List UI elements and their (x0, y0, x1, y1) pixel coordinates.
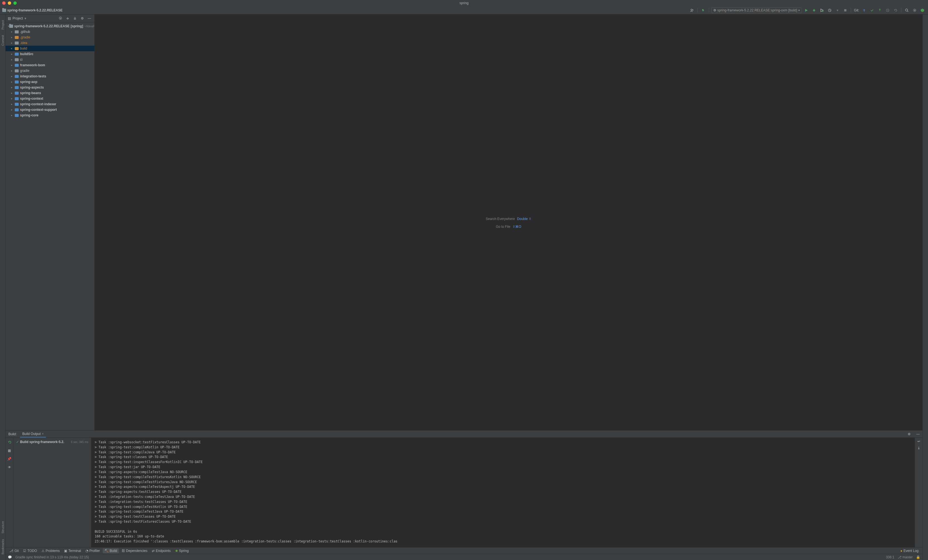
build-task-tree[interactable]: ✓ Build spring-framework-5.2. 6 sec, 345… (13, 438, 92, 547)
navigation-bar: spring-framework-5.2.22.RELEASE ⚙ spring… (0, 6, 928, 14)
gutter-project[interactable]: Project (1, 20, 5, 29)
breadcrumb[interactable]: spring-framework-5.2.22.RELEASE (2, 8, 688, 12)
git-push-button[interactable] (876, 7, 883, 14)
chevron-right-icon[interactable]: ▸ (11, 58, 14, 61)
tab-spring[interactable]: ❀Spring (174, 548, 191, 553)
build-task-row[interactable]: ✓ Build spring-framework-5.2. 6 sec, 345… (15, 439, 89, 444)
chevron-right-icon[interactable]: ▸ (11, 69, 14, 72)
chevron-right-icon[interactable]: ▸ (11, 108, 14, 111)
chevron-right-icon[interactable]: ▸ (11, 64, 14, 67)
tree-item[interactable]: ▸build (6, 46, 95, 51)
project-tree[interactable]: ▾ spring-framework-5.2.22.RELEASE [sprin… (6, 22, 95, 430)
profile-button[interactable] (826, 7, 833, 14)
run-configuration-selector[interactable]: ⚙ spring-framework-5.2.22.RELEASE:spring… (711, 8, 802, 13)
maximize-button[interactable] (13, 2, 17, 5)
project-panel-title[interactable]: Project (12, 17, 23, 20)
git-revert-button[interactable] (892, 7, 899, 14)
panel-settings-icon[interactable]: ⚙ (79, 15, 85, 21)
chevron-right-icon[interactable]: ▸ (11, 47, 14, 50)
tree-item[interactable]: ▸spring-core (6, 113, 95, 118)
assist-button[interactable] (919, 7, 926, 14)
chevron-right-icon[interactable]: ▸ (11, 36, 14, 39)
chevron-right-icon[interactable]: ▸ (11, 81, 14, 83)
chevron-right-icon[interactable]: ▸ (11, 92, 14, 95)
tab-todo[interactable]: ☑TODO (21, 548, 38, 553)
build-hammer-button[interactable] (700, 7, 707, 14)
pin-icon[interactable]: 📌 (7, 456, 12, 462)
build-settings-icon[interactable]: ⚙ (908, 432, 911, 436)
tree-item[interactable]: ▸.idea (6, 40, 95, 46)
tree-item-label: gradle (20, 69, 29, 73)
gutter-structure[interactable]: Structure (1, 521, 5, 534)
tab-build[interactable]: 🔨Build (103, 548, 119, 553)
expand-all-icon[interactable]: ≑ (65, 15, 70, 21)
chevron-right-icon[interactable]: ▸ (11, 53, 14, 55)
tree-item-label: spring-aop (20, 80, 37, 84)
gutter-bookmarks[interactable]: Bookmarks (1, 539, 5, 554)
gutter-commit[interactable]: Commit (1, 35, 5, 46)
tab-dependencies[interactable]: ⛓Dependencies (120, 548, 149, 553)
add-user-button[interactable] (688, 7, 695, 14)
tab-event-log[interactable]: ●Event Log (899, 548, 920, 553)
tab-terminal[interactable]: ▣Terminal (63, 548, 82, 553)
tree-item[interactable]: ▸integration-tests (6, 73, 95, 79)
stop-button[interactable] (842, 7, 849, 14)
git-history-button[interactable] (884, 7, 891, 14)
cursor-position[interactable]: 336:1 (886, 555, 894, 559)
chevron-right-icon[interactable]: ▸ (11, 75, 14, 78)
build-output-tab[interactable]: Build Output× (20, 431, 46, 438)
coverage-button[interactable] (818, 7, 825, 14)
chevron-right-icon[interactable]: ▸ (11, 86, 14, 89)
rerun-icon[interactable] (7, 439, 12, 445)
tab-profiler[interactable]: ◔Profiler (84, 548, 102, 553)
attach-dropdown[interactable]: ▾ (834, 7, 841, 14)
minimize-button[interactable] (8, 2, 11, 5)
tree-item[interactable]: ▸buildSrc (6, 51, 95, 57)
tree-item[interactable]: ▸.github (6, 29, 95, 35)
collapse-all-icon[interactable]: ⇊ (72, 15, 78, 21)
git-branch[interactable]: ⎇ master (897, 555, 913, 559)
tree-item[interactable]: ▸spring-aspects (6, 85, 95, 90)
tab-git[interactable]: ⎇Git (8, 548, 20, 553)
tree-item[interactable]: ▸gradle (6, 68, 95, 73)
settings-button[interactable] (911, 7, 918, 14)
search-button[interactable] (904, 7, 910, 14)
close-button[interactable] (2, 2, 6, 5)
tree-item[interactable]: ▸ci (6, 57, 95, 63)
tree-item[interactable]: ▸spring-beans (6, 90, 95, 96)
tree-item[interactable]: ▸.gradle (6, 35, 95, 40)
lock-icon[interactable]: 🔒 (916, 555, 920, 559)
tree-item[interactable]: ▸framework-bom (6, 63, 95, 68)
filter-icon[interactable]: ▦ (7, 448, 12, 453)
wrap-icon[interactable]: ↩ (917, 439, 920, 443)
chevron-right-icon[interactable]: ▸ (11, 31, 14, 33)
chevron-right-icon[interactable]: ▸ (11, 114, 14, 117)
folder-icon (15, 31, 19, 34)
eye-icon[interactable]: 👁 (7, 464, 12, 470)
chevron-right-icon[interactable]: ▸ (11, 103, 14, 105)
tree-item[interactable]: ▸spring-context-support (6, 107, 95, 113)
deps-icon: ⛓ (122, 549, 125, 553)
tree-item[interactable]: ▸spring-context (6, 96, 95, 101)
tree-item[interactable]: ▸spring-context-indexer (6, 101, 95, 107)
git-commit-button[interactable] (868, 7, 875, 14)
chevron-right-icon[interactable]: ▸ (11, 97, 14, 100)
svg-point-0 (691, 9, 692, 10)
select-opened-file-icon[interactable]: ⦿ (58, 15, 63, 21)
project-view-dropdown[interactable]: ▾ (24, 17, 26, 20)
build-hide-icon[interactable]: — (916, 432, 920, 436)
tab-problems[interactable]: ⚠Problems (40, 548, 61, 553)
close-tab-icon[interactable]: × (42, 432, 44, 436)
build-output-console[interactable]: > Task :spring-websocket:testFixturesCla… (92, 438, 915, 547)
chevron-right-icon[interactable]: ▸ (11, 41, 14, 44)
debug-button[interactable] (811, 7, 817, 14)
tree-root[interactable]: ▾ spring-framework-5.2.22.RELEASE [sprin… (6, 23, 95, 29)
todo-icon: ☑ (23, 549, 26, 553)
scroll-end-icon[interactable]: ⤓ (917, 446, 920, 450)
tab-endpoints[interactable]: ⇄Endpoints (150, 548, 172, 553)
git-update-button[interactable] (861, 7, 868, 14)
run-button[interactable] (803, 7, 810, 14)
tree-item[interactable]: ▸spring-aop (6, 79, 95, 85)
hide-panel-icon[interactable]: — (87, 15, 92, 21)
status-notifications-icon[interactable]: 💬 (8, 555, 12, 559)
